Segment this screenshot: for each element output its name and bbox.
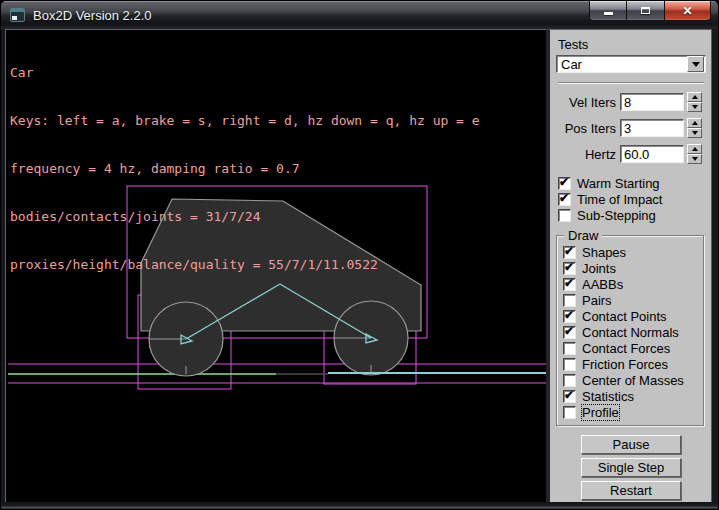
proxies-line: proxies/height/balance/quality = 55/7/1/…	[10, 257, 480, 273]
checkbox-box: ✔	[563, 262, 576, 275]
checkbox-statistics[interactable]: ✔ Statistics	[563, 388, 701, 404]
checkbox-box: ✔	[558, 193, 571, 206]
window-bottom-border	[1, 502, 718, 509]
vel-iters-down-button[interactable]	[687, 102, 702, 112]
checkbox-joints[interactable]: ✔ Joints	[563, 260, 701, 276]
vel-iters-label: Vel Iters	[556, 95, 620, 110]
debug-text: Car Keys: left = a, brake = s, right = d…	[10, 33, 480, 305]
checkbox-aabbs[interactable]: ✔ AABBs	[563, 276, 701, 292]
checkbox-box: ✔	[563, 342, 576, 355]
check-icon: ✔	[564, 244, 574, 258]
single-step-button[interactable]: Single Step	[581, 458, 681, 477]
tests-dropdown-button[interactable]	[687, 56, 704, 72]
checkbox-box: ✔	[563, 246, 576, 259]
arrow-up-icon	[692, 147, 698, 151]
close-icon: ✕	[682, 5, 692, 17]
arrow-up-icon	[692, 95, 698, 99]
checkbox-box: ✔	[563, 358, 576, 371]
checkbox-sub-stepping[interactable]: ✔ Sub-Stepping	[558, 207, 706, 223]
checkbox-box: ✔	[563, 374, 576, 387]
checkbox-box: ✔	[558, 177, 571, 190]
action-buttons: Pause Single Step Restart Quit	[556, 435, 706, 510]
tests-dropdown[interactable]: Car	[556, 55, 706, 73]
keys-help-line: Keys: left = a, brake = s, right = d, hz…	[10, 113, 480, 129]
hertz-spinner	[687, 144, 702, 164]
check-icon: ✔	[564, 260, 574, 274]
arrow-down-icon	[692, 105, 698, 109]
checkbox-warm-starting[interactable]: ✔ Warm Starting	[558, 175, 706, 191]
checkbox-friction-forces[interactable]: ✔ Friction Forces	[563, 356, 701, 372]
hertz-row: Hertz	[556, 144, 706, 164]
tests-dropdown-value: Car	[557, 57, 687, 72]
vel-iters-input[interactable]	[620, 93, 684, 111]
pos-iters-label: Pos Iters	[556, 121, 620, 136]
checkbox-box: ✔	[563, 278, 576, 291]
checkbox-time-of-impact[interactable]: ✔ Time of Impact	[558, 191, 706, 207]
control-panel: Tests Car Vel Iters Pos Iters	[546, 29, 712, 502]
check-icon: ✔	[564, 276, 574, 290]
check-icon: ✔	[564, 308, 574, 322]
checkbox-center-of-masses[interactable]: ✔ Center of Masses	[563, 372, 701, 388]
arrow-up-icon	[692, 121, 698, 125]
app-window: Box2D Version 2.2.0 ✕ Car Keys: left = a…	[0, 0, 719, 510]
hertz-up-button[interactable]	[687, 144, 702, 154]
check-icon: ✔	[559, 175, 569, 189]
arrow-down-icon	[692, 157, 698, 161]
checkbox-box: ✔	[558, 209, 571, 222]
chevron-down-icon	[692, 62, 700, 67]
window-controls: ✕	[589, 1, 711, 21]
pos-iters-down-button[interactable]	[687, 128, 702, 138]
window-title: Box2D Version 2.2.0	[33, 8, 152, 23]
checkbox-box: ✔	[563, 326, 576, 339]
checkbox-box: ✔	[563, 294, 576, 307]
checkbox-contact-normals[interactable]: ✔ Contact Normals	[563, 324, 701, 340]
titlebar[interactable]: Box2D Version 2.2.0 ✕	[1, 1, 718, 29]
pos-iters-spinner	[687, 118, 702, 138]
pos-iters-row: Pos Iters	[556, 118, 706, 138]
vel-iters-up-button[interactable]	[687, 92, 702, 102]
check-icon: ✔	[559, 191, 569, 205]
checkbox-contact-points[interactable]: ✔ Contact Points	[563, 308, 701, 324]
gl-canvas[interactable]: Car Keys: left = a, brake = s, right = d…	[5, 29, 546, 502]
checkbox-profile[interactable]: ✔ Profile	[563, 404, 701, 420]
test-title: Car	[10, 65, 480, 81]
hertz-input[interactable]	[620, 145, 684, 163]
app-icon	[10, 8, 25, 22]
tests-label: Tests	[558, 37, 706, 52]
draw-group: Draw ✔ Shapes ✔ Joints ✔ AABBs ✔ Pairs	[556, 235, 704, 426]
frequency-line: frequency = 4 hz, damping ratio = 0.7	[10, 161, 480, 177]
check-icon: ✔	[564, 324, 574, 338]
checkbox-shapes[interactable]: ✔ Shapes	[563, 244, 701, 260]
checkbox-contact-forces[interactable]: ✔ Contact Forces	[563, 340, 701, 356]
check-icon: ✔	[564, 388, 574, 402]
separator	[558, 82, 704, 84]
maximize-button[interactable]	[627, 1, 664, 21]
checkbox-pairs[interactable]: ✔ Pairs	[563, 292, 701, 308]
vel-iters-spinner	[687, 92, 702, 112]
sim-options: ✔ Warm Starting ✔ Time of Impact ✔ Sub-S…	[556, 175, 706, 223]
checkbox-box: ✔	[563, 406, 576, 419]
stats-line: bodies/contacts/joints = 31/7/24	[10, 209, 480, 225]
checkbox-box: ✔	[563, 390, 576, 403]
maximize-icon	[641, 7, 650, 14]
draw-group-title: Draw	[564, 228, 602, 243]
hertz-down-button[interactable]	[687, 154, 702, 164]
minimize-button[interactable]	[589, 1, 627, 21]
minimize-icon	[604, 12, 613, 15]
pos-iters-input[interactable]	[620, 119, 684, 137]
hertz-label: Hertz	[556, 147, 620, 162]
pause-button[interactable]: Pause	[581, 435, 681, 454]
pos-iters-up-button[interactable]	[687, 118, 702, 128]
arrow-down-icon	[692, 131, 698, 135]
close-button[interactable]: ✕	[664, 1, 711, 21]
restart-button[interactable]: Restart	[581, 481, 681, 500]
vel-iters-row: Vel Iters	[556, 92, 706, 112]
checkbox-box: ✔	[563, 310, 576, 323]
